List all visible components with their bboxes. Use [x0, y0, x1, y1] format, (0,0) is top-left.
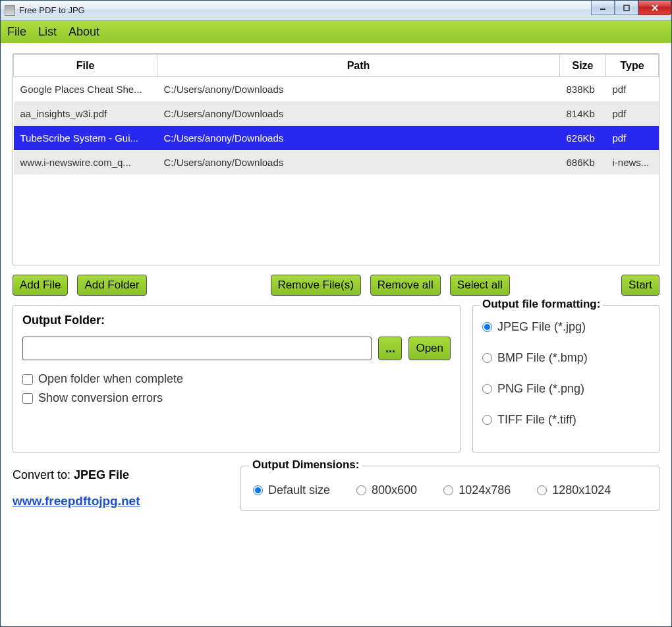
minimize-button[interactable] [591, 1, 615, 15]
cell-path: C:/Users/anony/Downloads [157, 150, 560, 175]
cell-file: www.i-newswire.com_q... [14, 150, 157, 175]
bottom-row: Convert to: JPEG File www.freepdftojpg.n… [13, 466, 659, 511]
cell-type: pdf [606, 77, 659, 102]
app-icon [5, 5, 15, 16]
mid-row: Output Folder: ... Open Open folder when… [13, 305, 659, 452]
dimension-option-label: 1024x786 [459, 483, 511, 497]
format-radio[interactable] [482, 322, 492, 332]
col-header-type[interactable]: Type [606, 55, 659, 77]
add-folder-button[interactable]: Add Folder [77, 275, 146, 296]
cell-type: i-news... [606, 150, 659, 175]
format-option-label: JPEG File (*.jpg) [497, 320, 586, 334]
window-title: Free PDF to JPG [19, 5, 85, 15]
website-link[interactable]: www.freepdftojpg.net [13, 494, 140, 508]
format-option[interactable]: PNG File (*.png) [482, 382, 650, 396]
cell-file: Google Places Cheat She... [14, 77, 157, 102]
col-header-size[interactable]: Size [560, 55, 606, 77]
open-when-complete-label: Open folder when complete [38, 372, 183, 386]
open-when-complete-row[interactable]: Open folder when complete [22, 372, 451, 386]
dimension-radio[interactable] [356, 485, 366, 495]
format-radio[interactable] [482, 353, 492, 363]
open-when-complete-checkbox[interactable] [22, 374, 33, 385]
close-button[interactable] [638, 1, 671, 15]
show-errors-label: Show conversion errors [38, 391, 163, 405]
open-folder-button[interactable]: Open [408, 337, 451, 360]
output-dimensions-label: Output Dimensions: [249, 458, 362, 472]
cell-size: 814Kb [560, 101, 606, 126]
cell-size: 626Kb [560, 126, 606, 150]
maximize-icon [623, 5, 630, 11]
dimension-option[interactable]: 1024x786 [443, 483, 511, 497]
dimension-option-label: 800x600 [372, 483, 417, 497]
output-format-group: Output file formatting: JPEG File (*.jpg… [472, 305, 659, 452]
menu-about[interactable]: About [66, 22, 102, 41]
output-dimensions-group: Output Dimensions: Default size800x60010… [240, 466, 659, 511]
col-header-path[interactable]: Path [157, 55, 560, 77]
format-radio[interactable] [482, 384, 492, 394]
cell-path: C:/Users/anony/Downloads [157, 126, 560, 150]
titlebar[interactable]: Free PDF to JPG [1, 1, 671, 20]
client-area: File Path Size Type Google Places Cheat … [1, 43, 671, 626]
menu-list[interactable]: List [36, 22, 59, 41]
dimension-radio[interactable] [253, 485, 263, 495]
cell-path: C:/Users/anony/Downloads [157, 77, 560, 102]
remove-files-button[interactable]: Remove File(s) [271, 275, 361, 296]
cell-file: aa_insights_w3i.pdf [14, 101, 157, 126]
svg-rect-1 [624, 5, 629, 11]
window-controls [591, 1, 671, 15]
cell-size: 838Kb [560, 77, 606, 102]
format-option-label: BMP File (*.bmp) [497, 351, 588, 365]
output-folder-group: Output Folder: ... Open Open folder when… [13, 305, 461, 452]
cell-size: 686Kb [560, 150, 606, 175]
table-row[interactable]: aa_insights_w3i.pdfC:/Users/anony/Downlo… [14, 101, 659, 126]
dimension-option-label: 1280x1024 [552, 483, 611, 497]
start-button[interactable]: Start [621, 275, 659, 296]
format-option-label: PNG File (*.png) [497, 382, 584, 396]
action-button-row: Add File Add Folder Remove File(s) Remov… [13, 275, 659, 296]
format-option[interactable]: JPEG File (*.jpg) [482, 320, 650, 334]
format-option[interactable]: BMP File (*.bmp) [482, 351, 650, 365]
dimension-option-label: Default size [268, 483, 330, 497]
browse-button[interactable]: ... [378, 337, 402, 360]
menubar: File List About [1, 20, 671, 43]
remove-all-button[interactable]: Remove all [370, 275, 441, 296]
show-errors-checkbox[interactable] [22, 393, 33, 404]
cell-type: pdf [606, 101, 659, 126]
menu-file[interactable]: File [5, 22, 29, 41]
dimension-option[interactable]: 800x600 [356, 483, 417, 497]
table-row[interactable]: TubeScribe System - Gui...C:/Users/anony… [14, 126, 659, 150]
show-errors-row[interactable]: Show conversion errors [22, 391, 451, 405]
format-option-label: TIFF File (*.tiff) [497, 413, 576, 427]
cell-path: C:/Users/anony/Downloads [157, 101, 560, 126]
dimension-radio[interactable] [443, 485, 453, 495]
file-table-frame: File Path Size Type Google Places Cheat … [13, 53, 659, 265]
add-file-button[interactable]: Add File [13, 275, 68, 296]
dimension-option[interactable]: 1280x1024 [537, 483, 611, 497]
close-icon [651, 4, 659, 12]
dimension-radio[interactable] [537, 485, 547, 495]
output-format-label: Output file formatting: [480, 298, 603, 311]
format-radio[interactable] [482, 415, 492, 425]
output-folder-input[interactable] [22, 337, 372, 360]
col-header-file[interactable]: File [14, 55, 157, 77]
table-row[interactable]: Google Places Cheat She...C:/Users/anony… [14, 77, 659, 102]
format-option[interactable]: TIFF File (*.tiff) [482, 413, 650, 427]
convert-info: Convert to: JPEG File www.freepdftojpg.n… [13, 466, 217, 508]
cell-type: pdf [606, 126, 659, 150]
file-table: File Path Size Type Google Places Cheat … [13, 54, 659, 175]
table-row[interactable]: www.i-newswire.com_q...C:/Users/anony/Do… [14, 150, 659, 175]
convert-to-text: Convert to: JPEG File [13, 468, 217, 482]
minimize-icon [600, 5, 606, 11]
select-all-button[interactable]: Select all [450, 275, 510, 296]
app-window: Free PDF to JPG File List About File [0, 0, 672, 627]
cell-file: TubeScribe System - Gui... [14, 126, 157, 150]
output-folder-label: Output Folder: [22, 314, 451, 327]
dimension-option[interactable]: Default size [253, 483, 330, 497]
maximize-button[interactable] [615, 1, 638, 15]
